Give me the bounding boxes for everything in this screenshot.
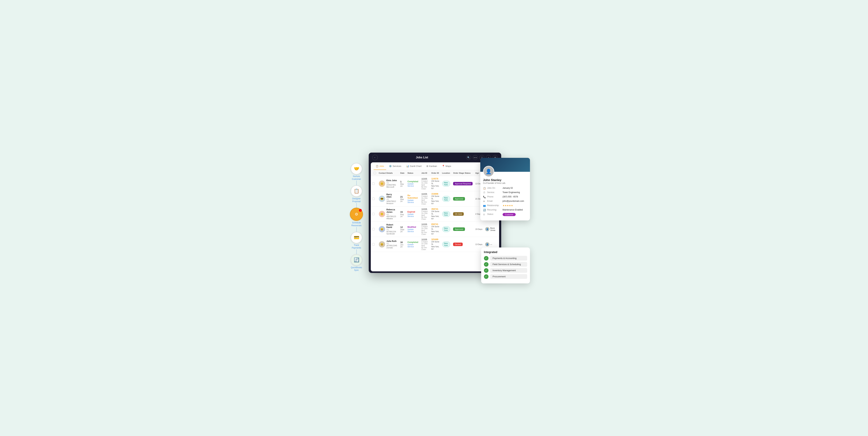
table-row[interactable]: 🙂 Rebecca Jones +1 456789123 Alibaba 15 … — [371, 206, 499, 222]
job-by-2: By Dev Cham — [421, 216, 429, 220]
back-button[interactable]: ← — [372, 155, 378, 160]
detail-row-jobs: 📋 Jobs On: January 02 — [483, 187, 527, 190]
workflow-label-schedule: ScheduleResources — [351, 222, 362, 227]
order-id-4[interactable]: 325489 — [431, 238, 439, 241]
check-icon-inventory: ✓ — [484, 268, 489, 273]
workflow-node-schedule[interactable]: ⚙ ! ScheduleResources — [350, 208, 363, 227]
job-by-4: By Dev Cham — [421, 246, 429, 251]
update-service-btn-1[interactable]: Update Service — [407, 199, 418, 203]
table-row[interactable]: 😎 Barry Allen +1 345678912 Amazon 21 May… — [371, 191, 499, 206]
job-id-1: 10205 — [421, 193, 429, 195]
contact-name-0: Elvis John — [386, 179, 398, 182]
contact-company-4: Zomato — [386, 246, 398, 249]
detail-row-service: ⏱ Service: Tower Engineering — [483, 191, 527, 194]
address-cell-4: 234 Some St,New York, NY — [431, 241, 439, 251]
check-icon-field: ✓ — [484, 262, 489, 267]
order-id-0[interactable]: 124578 — [431, 178, 439, 180]
job-info-2: 10205 Created On 25th April By Dev Cham — [421, 208, 429, 220]
update-service-btn-3[interactable]: Update Service — [407, 228, 418, 232]
jobs-detail-icon: 📋 — [483, 187, 486, 190]
tab-services[interactable]: ⚙️ Services — [387, 163, 403, 170]
row-checkbox-1[interactable] — [372, 198, 375, 200]
table-row[interactable]: 😄 Robert David +1 567891234 Syndicate 12… — [371, 222, 499, 237]
row-checkbox-3[interactable] — [372, 228, 375, 230]
order-id-2[interactable]: 358741 — [431, 208, 439, 210]
age-cell-3: 19 Days — [475, 228, 483, 230]
date-day-2: 15 — [400, 211, 405, 213]
tab-maps[interactable]: 📍 Maps — [440, 163, 453, 170]
detail-row-status: ⊙ Status: Customer — [483, 213, 527, 216]
job-by-0: By Dev Cham — [421, 186, 429, 190]
integrated-item-inventory: ✓ Inventory Management — [484, 268, 527, 273]
contact-cell-2: 🙂 Rebecca Jones +1 456789123 Alibaba — [379, 208, 398, 220]
profile-header: 👤 — [480, 158, 530, 172]
address-cell-2: 234 Some St,New York, NY — [431, 210, 439, 220]
stage-badge-1: Approved — [453, 197, 465, 201]
stage-badge-3: Approved — [453, 227, 465, 231]
row-checkbox-4[interactable] — [372, 243, 375, 245]
workflow-node-quickbooks[interactable]: 🔄 QuickBooksSync — [351, 254, 362, 272]
contact-phone-1: +1 345678912 — [386, 198, 398, 202]
contact-company-2: Alibaba — [386, 217, 398, 220]
contact-phone-2: +1 456789123 — [386, 213, 398, 217]
table-container: Contact Details Date Status Job ID Order… — [371, 170, 499, 270]
workflow-node-nurture[interactable]: 🤝 Nurture Customer — [349, 163, 364, 180]
check-icon-procurement: ✓ — [484, 274, 489, 279]
rel-detail-icon: 👥 — [483, 204, 486, 207]
job-by-3: By Dev Cham — [421, 231, 429, 235]
services-icon: ⚙️ — [389, 165, 392, 168]
tab-gantt[interactable]: 📊 Gantt Chart — [404, 163, 424, 170]
row-checkbox-2[interactable] — [372, 213, 375, 215]
date-cell-2: 15 Aug 24 — [400, 211, 405, 217]
contact-name-1: Barry Allen — [386, 193, 398, 198]
location-badge-3: New York — [442, 226, 451, 232]
avatar-3: 😄 — [379, 226, 385, 232]
tab-kanban[interactable]: ⊞ Kanban — [424, 163, 439, 170]
tabs-bar: 📋 Jobs ⚙️ Services 📊 Gantt Chart ⊞ Kanba… — [371, 163, 499, 170]
job-info-0: 10205 Created On 25th April By Dev Cham — [421, 178, 429, 190]
workflow-circle-nurture: 🤝 — [351, 163, 362, 174]
update-service-btn-4[interactable]: Update Service — [407, 243, 418, 248]
workflow-label-proposal: DesignerProposal — [352, 197, 361, 203]
order-id-3[interactable]: 658741 — [431, 223, 439, 226]
job-info-4: 10205 Created On 25th April By Dev Cham — [421, 238, 429, 251]
table-row[interactable]: 😃 Julia Ruth +1 2678912345 Zomato 30 Jun… — [371, 237, 499, 252]
search-button[interactable]: 🔍 — [466, 155, 471, 160]
salesperson-cell-3: 👤 Remi Jonas — [485, 227, 498, 231]
order-id-1[interactable]: 154898 — [431, 193, 439, 195]
integrated-item-field: ✓ Field Services & Scheduling — [484, 262, 527, 267]
location-badge-1: New York — [442, 196, 451, 202]
jobs-icon: 📋 — [376, 165, 378, 168]
contact-info-0: Elvis John +1 234567891 Microsoft — [386, 179, 398, 188]
row-checkbox-0[interactable] — [372, 182, 375, 185]
contact-company-3: Syndicate — [386, 233, 398, 235]
workflow-label-payments: TrackPayments — [352, 244, 361, 250]
job-detail-1: Created On 25th April — [421, 195, 429, 201]
col-date: Date — [399, 170, 406, 176]
select-all-checkbox[interactable] — [374, 172, 376, 174]
status-detail-icon: ⊙ — [483, 213, 486, 216]
workflow-node-payments[interactable]: 💳 TrackPayments — [351, 232, 362, 250]
sp-avatar-4: 👤 — [485, 242, 489, 246]
workflow-node-proposal[interactable]: 📋 DesignerProposal — [351, 185, 362, 203]
table-row[interactable]: 😊 Elvis John +1 234567891 Microsoft 1 Ma… — [371, 176, 499, 191]
update-service-btn-2[interactable]: Update Service — [407, 213, 418, 217]
col-contact: Contact Details — [377, 170, 399, 176]
detail-service: Tower Engineering — [503, 191, 520, 194]
zoom-button[interactable]: ⟺ — [473, 155, 478, 160]
date-cell-0: 1 May 24 — [400, 180, 405, 187]
sp-avatar-3: 👤 — [485, 227, 489, 231]
tab-jobs[interactable]: 📋 Jobs — [374, 163, 386, 170]
avatar-0: 😊 — [379, 180, 385, 187]
maps-icon: 📍 — [442, 165, 445, 168]
col-jobid: Job ID — [420, 170, 430, 176]
detail-status-badge: Customer — [503, 213, 516, 216]
location-badge-2: New York — [442, 211, 451, 217]
update-service-btn-0[interactable]: Update Service — [407, 183, 418, 187]
integrated-label-payments: Payments & Accounting — [490, 256, 527, 261]
location-badge-0: New York — [442, 181, 451, 186]
detail-jobs-on: January 02 — [503, 187, 513, 189]
detail-recurring: Maintenance Enabled — [503, 209, 523, 211]
contact-info-4: Julia Ruth +1 2678912345 Zomato — [386, 240, 398, 249]
workflow-connector-1 — [356, 180, 357, 185]
